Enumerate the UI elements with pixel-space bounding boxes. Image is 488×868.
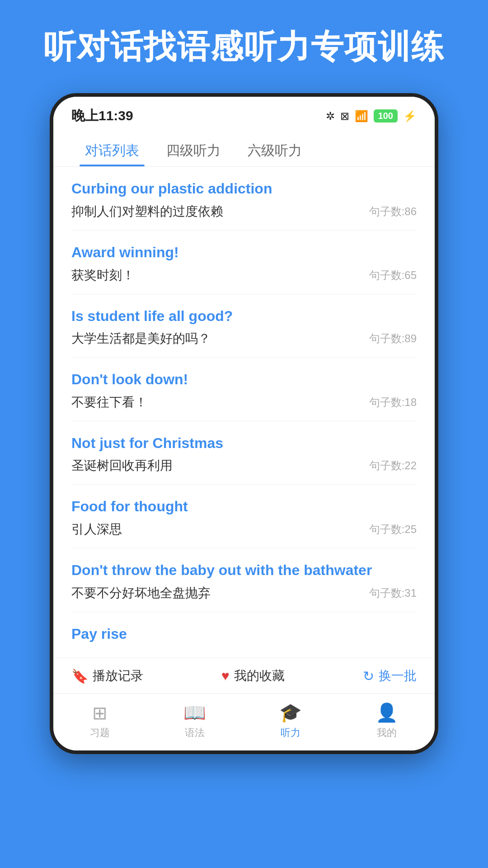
action-bar: 🔖 播放记录 ♥ 我的收藏 ↻ 换一批: [53, 658, 435, 693]
nav-exercises[interactable]: ⊞ 习题: [90, 703, 110, 740]
dialogue-list: Curbing our plastic addiction 抑制人们对塑料的过度…: [53, 167, 435, 658]
item-count: 句子数:22: [369, 458, 417, 473]
grid-icon: ⊞: [92, 703, 108, 723]
item-subtitle: 圣诞树回收再利用: [71, 457, 173, 474]
nav-mine[interactable]: 👤 我的: [375, 702, 398, 740]
tab-cet6[interactable]: 六级听力: [234, 134, 315, 166]
status-bar: 晚上11:39 ✲ ⊠ 📶 100 ⚡: [53, 97, 435, 130]
item-title: Award winning!: [71, 243, 417, 262]
item-count: 句子数:65: [369, 268, 417, 283]
tab-bar: 对话列表 四级听力 六级听力: [53, 130, 435, 167]
battery-indicator: 100: [374, 109, 398, 123]
nav-grammar[interactable]: 📖 语法: [183, 702, 206, 740]
charge-icon: ⚡: [403, 110, 417, 123]
nav-listening[interactable]: 🎓 听力: [279, 702, 302, 740]
item-title: Pay rise: [71, 625, 417, 644]
list-item[interactable]: Curbing our plastic addiction 抑制人们对塑料的过度…: [71, 167, 417, 231]
item-subtitle: 不要往下看！: [71, 394, 147, 411]
list-item[interactable]: Is student life all good? 大学生活都是美好的吗？ 句子…: [71, 294, 417, 358]
nav-mine-label: 我的: [377, 726, 397, 740]
bottom-nav: ⊞ 习题 📖 语法 🎓 听力 👤 我的: [53, 693, 435, 750]
list-item[interactable]: Don't look down! 不要往下看！ 句子数:18: [71, 358, 417, 421]
item-subtitle: 大学生活都是美好的吗？: [71, 330, 211, 347]
nav-exercises-label: 习题: [90, 726, 110, 740]
person-icon: 👤: [375, 702, 398, 723]
nav-listening-label: 听力: [281, 726, 300, 740]
app-headline: 听对话找语感听力专项训练: [16, 27, 472, 66]
play-history-label: 播放记录: [93, 667, 143, 684]
favorites-label: 我的收藏: [234, 667, 285, 684]
refresh-label: 换一批: [379, 667, 417, 684]
item-count: 句子数:25: [369, 522, 417, 537]
status-time: 晚上11:39: [71, 107, 133, 125]
phone-frame: 晚上11:39 ✲ ⊠ 📶 100 ⚡ 对话列表 四级听力 六级听力 Curbi…: [50, 93, 438, 754]
item-title: Don't look down!: [71, 370, 417, 389]
graduation-icon: 🎓: [279, 702, 302, 723]
tab-dialogue[interactable]: 对话列表: [71, 134, 153, 166]
item-count: 句子数:89: [369, 331, 417, 346]
item-subtitle: 抑制人们对塑料的过度依赖: [71, 203, 223, 220]
favorites-button[interactable]: ♥ 我的收藏: [221, 667, 285, 684]
item-subtitle: 引人深思: [71, 521, 122, 538]
list-item[interactable]: Award winning! 获奖时刻！ 句子数:65: [71, 231, 417, 294]
message-icon: ⊠: [340, 110, 349, 123]
item-count: 句子数:18: [369, 395, 417, 410]
list-item[interactable]: Don't throw the baby out with the bathwa…: [71, 548, 417, 612]
bluetooth-icon: ✲: [326, 110, 335, 123]
list-item[interactable]: Pay rise: [71, 612, 417, 658]
item-title: Don't throw the baby out with the bathwa…: [71, 561, 417, 580]
item-title: Curbing our plastic addiction: [71, 179, 417, 198]
nav-grammar-label: 语法: [185, 726, 205, 740]
item-count: 句子数:31: [369, 586, 417, 600]
bookmark-icon: 🔖: [71, 668, 88, 684]
item-subtitle: 获奖时刻！: [71, 267, 135, 284]
item-title: Is student life all good?: [71, 307, 417, 326]
tab-cet4[interactable]: 四级听力: [153, 134, 234, 166]
wifi-icon: 📶: [355, 110, 368, 123]
list-item[interactable]: Food for thought 引人深思 句子数:25: [71, 485, 417, 548]
status-icons: ✲ ⊠ 📶 100 ⚡: [326, 109, 417, 123]
item-title: Not just for Christmas: [71, 434, 417, 453]
item-count: 句子数:86: [369, 204, 417, 219]
refresh-icon: ↻: [363, 668, 374, 684]
refresh-button[interactable]: ↻ 换一批: [363, 667, 417, 684]
book-icon: 📖: [183, 702, 206, 723]
heart-icon: ♥: [221, 668, 230, 684]
list-item[interactable]: Not just for Christmas 圣诞树回收再利用 句子数:22: [71, 421, 417, 485]
item-title: Food for thought: [71, 497, 417, 516]
play-history-button[interactable]: 🔖 播放记录: [71, 667, 143, 684]
item-subtitle: 不要不分好坏地全盘抛弃: [71, 585, 211, 602]
